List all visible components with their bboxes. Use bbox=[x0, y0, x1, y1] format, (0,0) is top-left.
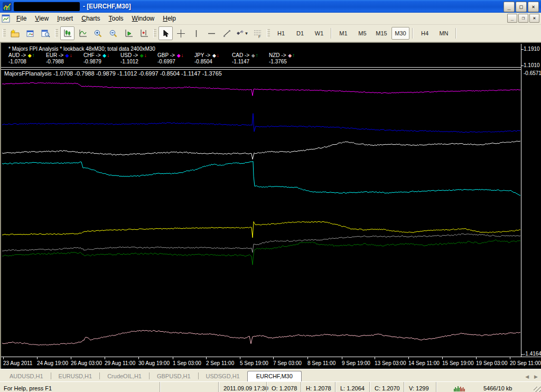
resize-grip[interactable] bbox=[534, 387, 541, 392]
time-tick bbox=[408, 357, 409, 359]
tab-gbpusdh1[interactable]: GBPUSD,H1 bbox=[150, 371, 198, 381]
timeframe-m30[interactable]: M30 bbox=[391, 27, 409, 40]
new-chart-button[interactable] bbox=[8, 26, 22, 40]
timeframe-d1[interactable]: D1 bbox=[291, 27, 309, 40]
statusbar: For Help, press F1 2011.09.09 17:30 O: 1… bbox=[0, 381, 541, 392]
time-label: 1 Sep 03:00 bbox=[173, 360, 201, 366]
status-traffic: 5466/10 kb bbox=[483, 385, 512, 391]
legend-diamond-icon-cad: ◆ bbox=[251, 53, 255, 58]
timeframe-m15[interactable]: M15 bbox=[372, 27, 390, 40]
indicator-scale-low: -1.4164 bbox=[524, 351, 541, 357]
close-button[interactable]: ✕ bbox=[528, 2, 539, 12]
series-line-eur bbox=[2, 114, 520, 133]
chart-window-icon[interactable] bbox=[2, 14, 10, 23]
crosshair-icon bbox=[176, 29, 185, 38]
cursor-icon bbox=[161, 29, 170, 38]
maximize-button[interactable]: □ bbox=[516, 2, 527, 12]
status-empty-cell bbox=[160, 382, 219, 392]
cycle-lines-button[interactable]: ▼ bbox=[235, 26, 249, 40]
data-window-button[interactable] bbox=[39, 26, 53, 40]
timeframe-m5[interactable]: M5 bbox=[353, 27, 371, 40]
series-line-cad bbox=[2, 234, 520, 253]
minimize-button[interactable]: _ bbox=[503, 2, 515, 12]
mdi-restore-button[interactable]: ❐ bbox=[518, 14, 528, 23]
crosshair-button[interactable] bbox=[174, 26, 188, 40]
price-scale-axis bbox=[521, 44, 521, 357]
timeframe-mn[interactable]: MN bbox=[435, 27, 453, 40]
fibonacci-icon: F bbox=[253, 29, 262, 38]
legend-arrow-down-icon-eur: ↓ bbox=[70, 52, 72, 58]
time-tick bbox=[71, 357, 71, 359]
horizontal-line-button[interactable] bbox=[204, 26, 219, 40]
timeframe-buttons: H1D1W1M1M5M15M30H4MN bbox=[272, 27, 459, 40]
tab-eurusdh1[interactable]: EURUSD,H1 bbox=[51, 371, 100, 381]
redacted-account-name bbox=[14, 2, 80, 11]
vertical-line-button[interactable] bbox=[189, 26, 203, 40]
menu-item-help[interactable]: Help bbox=[158, 14, 180, 24]
status-help: For Help, press F1 bbox=[0, 382, 160, 392]
time-tick bbox=[375, 357, 375, 359]
tab-eurchfm30[interactable]: EURCHF,M30 bbox=[247, 371, 302, 381]
zoom-in-button[interactable] bbox=[91, 26, 105, 40]
legend-value-chf: -0.9879 bbox=[83, 59, 101, 64]
line-chart-button[interactable] bbox=[76, 26, 90, 40]
trendline-button[interactable] bbox=[220, 26, 234, 40]
time-tick bbox=[37, 357, 38, 359]
time-tick bbox=[173, 357, 173, 359]
tab-usdsgdh1[interactable]: USDSGD,H1 bbox=[199, 371, 247, 381]
tab-scroll-right-icon[interactable]: ▶ bbox=[534, 374, 538, 379]
timeframe-w1[interactable]: W1 bbox=[310, 27, 328, 40]
legend-diamond-icon-gbp: ◆ bbox=[177, 53, 181, 58]
time-tick bbox=[510, 357, 510, 359]
vertical-line-icon bbox=[192, 29, 201, 38]
menu-item-view[interactable]: View bbox=[31, 14, 53, 24]
connection-bars-icon bbox=[454, 385, 465, 391]
legend-diamond-icon-jpy: ◆ bbox=[212, 53, 216, 58]
tab-crudeoilh1[interactable]: CrudeOIL,H1 bbox=[100, 371, 149, 381]
zoom-out-icon bbox=[109, 29, 118, 38]
toolbar-grip[interactable] bbox=[267, 29, 270, 38]
legend-currency-nzd: NZD -> ◆↑ bbox=[269, 52, 295, 58]
time-label: 29 Aug 11:00 bbox=[105, 360, 135, 366]
menu-item-insert[interactable]: Insert bbox=[53, 14, 77, 24]
data-window-icon bbox=[41, 29, 50, 38]
mdi-close-button[interactable]: ✕ bbox=[529, 14, 539, 23]
time-tick bbox=[273, 357, 274, 359]
time-label: 19 Sep 03:00 bbox=[476, 360, 508, 366]
menu-item-charts[interactable]: Charts bbox=[77, 14, 104, 24]
tab-audusdh1[interactable]: AUDUSD,H1 bbox=[2, 371, 51, 381]
time-label: 9 Sep 19:00 bbox=[342, 360, 370, 366]
time-tick bbox=[442, 357, 443, 359]
timeframe-m1[interactable]: M1 bbox=[334, 27, 352, 40]
menu-items: FileViewInsertChartsToolsWindowHelp bbox=[12, 14, 180, 24]
chart-plot-area[interactable]: * Majors FPI Analysis * lookback 48xM30;… bbox=[0, 42, 541, 369]
time-tick bbox=[105, 357, 105, 359]
legend-value-gbp: -0.6997 bbox=[157, 59, 175, 64]
tab-scroll-left-icon[interactable]: ◀ bbox=[525, 374, 529, 379]
status-datetime: 2011.09.09 17:30 bbox=[219, 382, 267, 392]
toolbar-grip[interactable] bbox=[153, 29, 156, 38]
menu-item-window[interactable]: Window bbox=[128, 14, 159, 24]
toolbar-grip[interactable] bbox=[55, 29, 58, 38]
legend-arrow-up-icon-aud: ↑ bbox=[32, 52, 35, 58]
profiles-button[interactable] bbox=[23, 26, 38, 40]
legend-arrow-down-icon-chf: ↓ bbox=[107, 52, 109, 58]
mdi-minimize-button[interactable]: _ bbox=[507, 14, 517, 23]
legend-diamond-icon-chf: ◆ bbox=[102, 53, 106, 58]
menu-item-tools[interactable]: Tools bbox=[105, 14, 128, 24]
timeframe-h4[interactable]: H4 bbox=[416, 27, 434, 40]
pane-splitter[interactable] bbox=[1, 67, 521, 70]
fibonacci-button[interactable]: F bbox=[250, 26, 265, 40]
time-label: 15 Sep 19:00 bbox=[442, 360, 474, 366]
chart-shift-button[interactable] bbox=[137, 26, 151, 40]
series-line-jpy bbox=[2, 141, 520, 160]
timeframe-h1[interactable]: H1 bbox=[272, 27, 290, 40]
zoom-out-button[interactable] bbox=[106, 26, 120, 40]
toolbar-grip[interactable] bbox=[3, 29, 6, 38]
time-tick bbox=[476, 357, 477, 359]
cursor-button[interactable] bbox=[158, 26, 173, 40]
auto-scroll-button[interactable] bbox=[122, 26, 136, 40]
candlestick-chart-button[interactable] bbox=[60, 26, 74, 40]
menu-item-file[interactable]: File bbox=[12, 14, 31, 24]
trendline-icon bbox=[222, 29, 231, 38]
